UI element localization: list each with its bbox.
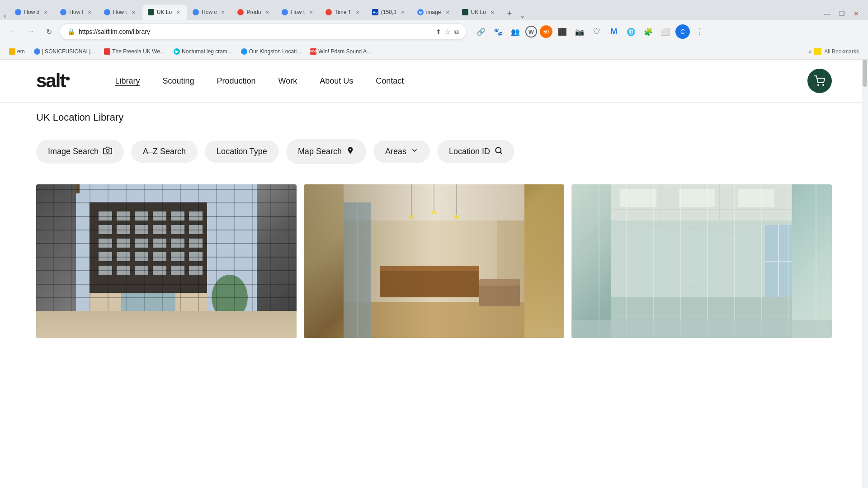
address-bar[interactable]: 🔒 https://saltfilm.com/library ⬆ ☆ ⧉: [60, 23, 467, 40]
search-filter-icon: [495, 146, 503, 157]
filter-location-id[interactable]: Location ID: [437, 140, 514, 163]
share-icon[interactable]: ⬆: [436, 28, 441, 35]
shield-icon[interactable]: 🛡: [590, 24, 604, 39]
bookmarks-overflow[interactable]: » All Bookmarks: [805, 46, 863, 57]
tab-3-close[interactable]: ✕: [130, 9, 137, 16]
tab-8-favicon: [326, 9, 332, 15]
site-logo[interactable]: salt: [36, 70, 70, 92]
vpn-icon[interactable]: 🌐: [624, 24, 638, 39]
svg-rect-18: [189, 225, 203, 234]
new-tab-button[interactable]: +: [503, 7, 516, 20]
tab-1-title: How d: [24, 9, 39, 15]
svg-rect-15: [135, 225, 148, 234]
gallery-item-building[interactable]: [36, 184, 297, 338]
forward-button[interactable]: →: [24, 24, 38, 39]
bookmark-em-label: em: [17, 48, 25, 55]
nav-link-about-us[interactable]: About Us: [320, 76, 353, 86]
close-button[interactable]: ✕: [850, 7, 863, 20]
bookmark-icon[interactable]: ☆: [445, 28, 451, 35]
profile-button[interactable]: C: [675, 24, 690, 39]
tab-6-title: Produ: [246, 9, 261, 15]
svg-rect-45: [344, 302, 524, 338]
svg-rect-12: [189, 211, 203, 221]
tab-4-active[interactable]: UK Lo ✕: [142, 5, 187, 20]
extensions-button[interactable]: 🔗: [474, 24, 488, 39]
tab-11-close[interactable]: ✕: [489, 9, 496, 16]
svg-rect-44: [371, 221, 497, 311]
filter-map-search[interactable]: Map Search: [286, 139, 366, 164]
tab-overflow-left[interactable]: ‹: [0, 12, 9, 20]
nav-link-work[interactable]: Work: [278, 76, 297, 86]
tab-3[interactable]: How t ✕: [99, 5, 142, 20]
minimize-button[interactable]: —: [821, 7, 834, 20]
tab-11[interactable]: UK Lo ✕: [457, 5, 501, 20]
circle-w-icon[interactable]: W: [525, 26, 537, 38]
tab-1-close[interactable]: ✕: [42, 9, 49, 16]
bookmark-prism[interactable]: SOS Win! Prism Sound A...: [307, 47, 375, 56]
tab-6[interactable]: Produ ✕: [232, 5, 276, 20]
address-bar-icons: ⬆ ☆ ⧉: [436, 28, 459, 36]
split-view-icon[interactable]: ⬜: [658, 24, 673, 39]
filter-location-id-label: Location ID: [449, 147, 490, 156]
bookmark-nocturnal-favicon: ▶: [174, 48, 180, 55]
svg-rect-43: [344, 221, 524, 338]
page-content: salt Library Scouting Production Work Ab…: [0, 60, 868, 347]
tab-2-close[interactable]: ✕: [86, 9, 93, 16]
filter-areas-dropdown[interactable]: Areas: [373, 141, 430, 163]
tab-5-close[interactable]: ✕: [219, 9, 226, 16]
tab-9[interactable]: Ao (150,3 ✕: [367, 5, 412, 20]
gallery-img-lobby: [304, 184, 564, 338]
bookmark-freeola[interactable]: The Freeola UK We...: [100, 47, 168, 56]
tab-4-close[interactable]: ✕: [175, 9, 182, 16]
mail-icon[interactable]: M: [607, 24, 621, 39]
tab-6-close[interactable]: ✕: [264, 9, 271, 16]
tab-9-close[interactable]: ✕: [399, 9, 406, 16]
bookmark-nocturnal[interactable]: ▶ Nocturnal leg cram...: [170, 47, 236, 56]
nav-link-production[interactable]: Production: [217, 76, 255, 86]
camera-icon[interactable]: 📷: [572, 24, 587, 39]
wallet-icon[interactable]: 🐾: [491, 24, 505, 39]
gallery-item-lobby[interactable]: [304, 184, 564, 338]
gallery-item-office[interactable]: [571, 184, 832, 338]
score-icon[interactable]: 50: [540, 25, 552, 38]
nav-link-scouting[interactable]: Scouting: [162, 76, 194, 86]
users-icon[interactable]: 👥: [508, 24, 523, 39]
bookmark-em[interactable]: em: [5, 47, 28, 56]
tab-search-icon[interactable]: ⧉: [454, 28, 459, 36]
tab-10[interactable]: G image ✕: [412, 5, 457, 20]
tab-2[interactable]: How t ✕: [55, 5, 99, 20]
nav-link-contact[interactable]: Contact: [376, 76, 404, 86]
filter-location-type[interactable]: Location Type: [205, 141, 279, 163]
gallery-img-office: [571, 184, 832, 338]
back-button[interactable]: ←: [5, 24, 20, 39]
page-title-section: UK Location Library: [0, 103, 868, 128]
svg-rect-36: [189, 266, 203, 275]
puzzle-icon[interactable]: 🧩: [641, 24, 656, 39]
tab-5[interactable]: How c ✕: [187, 5, 232, 20]
reload-button[interactable]: ↻: [42, 24, 56, 39]
tab-1[interactable]: How d ✕: [9, 5, 55, 20]
svg-rect-46: [344, 202, 371, 338]
tab-7[interactable]: How t ✕: [276, 5, 320, 20]
tab-8-close[interactable]: ✕: [354, 9, 361, 16]
tab-10-close[interactable]: ✕: [444, 9, 451, 16]
bookmark-sonic[interactable]: | SONICFUSIONAI |...: [30, 47, 99, 56]
tab-8[interactable]: Time T ✕: [320, 5, 367, 20]
tab-overflow-right[interactable]: ⌄: [516, 11, 529, 20]
svg-rect-57: [479, 279, 520, 286]
filter-image-search[interactable]: Image Search: [36, 140, 124, 164]
scrollbar-thumb[interactable]: [863, 60, 867, 87]
filter-az-search[interactable]: A–Z Search: [131, 141, 198, 163]
logo-dot: [66, 77, 70, 80]
tab-7-close[interactable]: ✕: [307, 9, 315, 16]
menu-button[interactable]: ⋮: [693, 24, 707, 39]
nav-link-library[interactable]: Library: [115, 76, 140, 86]
scrollbar-track[interactable]: [862, 60, 868, 488]
cart-button[interactable]: [807, 69, 832, 93]
svg-rect-35: [171, 266, 184, 275]
bookmark-kingston[interactable]: Our Kingston Locati...: [237, 47, 305, 56]
tab-7-title: How t: [291, 9, 305, 15]
dash-icon[interactable]: ⬛: [555, 24, 570, 39]
tab-7-favicon: [282, 9, 288, 15]
restore-button[interactable]: ❐: [835, 7, 848, 20]
